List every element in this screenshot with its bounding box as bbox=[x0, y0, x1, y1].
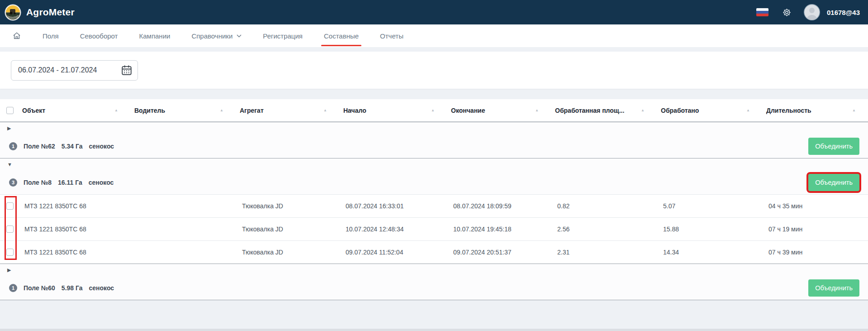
sort-icon[interactable]: ▲ bbox=[746, 108, 750, 112]
group-toggle-collapsed[interactable]: ▶ bbox=[7, 126, 11, 131]
group-field-crop: сенокос bbox=[89, 284, 114, 292]
col-end[interactable]: Окончание▲ bbox=[447, 107, 551, 114]
field-group: ▼ 3 Поле №8 16.11 Га сенокос Объединить … bbox=[0, 158, 868, 264]
cell-start: 08.07.2024 16:33:01 bbox=[339, 202, 447, 210]
cell-unit: Тюковалка JD bbox=[236, 225, 339, 233]
table-row: МТЗ 1221 8350ТС 68 Тюковалка JD 08.07.20… bbox=[0, 194, 868, 217]
col-driver[interactable]: Водитель▲ bbox=[130, 107, 236, 114]
cell-end: 08.07.2024 18:09:59 bbox=[447, 202, 551, 210]
sort-icon[interactable]: ▲ bbox=[114, 108, 118, 112]
home-icon bbox=[12, 31, 21, 40]
group-toggle-collapsed[interactable]: ▶ bbox=[7, 268, 11, 273]
col-unit[interactable]: Агрегат▲ bbox=[236, 107, 339, 114]
nav-item-composites[interactable]: Составные bbox=[324, 32, 359, 40]
bottom-strip bbox=[0, 329, 868, 331]
cell-duration: 07 ч 39 мин bbox=[762, 249, 868, 256]
cell-duration: 04 ч 35 мин bbox=[762, 202, 868, 210]
sort-icon[interactable]: ▲ bbox=[431, 108, 435, 112]
date-range-value: 06.07.2024 - 21.07.2024 bbox=[18, 66, 97, 74]
user-avatar[interactable] bbox=[803, 4, 821, 21]
table-row: МТЗ 1221 8350ТС 68 Тюковалка JD 09.07.20… bbox=[0, 240, 868, 264]
cell-object: МТЗ 1221 8350ТС 68 bbox=[18, 225, 130, 233]
group-count-badge: 3 bbox=[9, 178, 17, 187]
group-field-crop: сенокос bbox=[89, 143, 114, 150]
app-title: AgroMeter bbox=[26, 7, 75, 18]
sort-icon[interactable]: ▲ bbox=[323, 108, 327, 112]
cell-unit: Тюковалка JD bbox=[236, 249, 339, 256]
cell-unit: Тюковалка JD bbox=[236, 202, 339, 210]
col-start[interactable]: Начало▲ bbox=[339, 107, 447, 114]
cell-processed: 5.07 bbox=[657, 202, 762, 210]
top-bar: AgroMeter 01678@43 bbox=[0, 0, 868, 24]
col-processed-area[interactable]: Обработанная площ...▲ bbox=[551, 107, 657, 114]
group-field-area: 5.98 Га bbox=[62, 284, 83, 292]
cell-processed: 15.88 bbox=[657, 225, 762, 233]
cell-start: 10.07.2024 12:48:34 bbox=[339, 225, 447, 233]
group-field-area: 16.11 Га bbox=[58, 179, 82, 186]
app-logo-icon bbox=[5, 4, 21, 21]
calendar-icon[interactable] bbox=[121, 64, 133, 76]
nav-home[interactable] bbox=[12, 31, 21, 40]
group-count-badge: 1 bbox=[9, 284, 17, 292]
sort-icon[interactable]: ▲ bbox=[220, 108, 223, 112]
merge-button[interactable]: Объединить bbox=[808, 279, 859, 297]
cell-end: 09.07.2024 20:51:37 bbox=[447, 249, 551, 256]
col-duration[interactable]: Длительность▲ bbox=[762, 107, 868, 114]
sort-icon[interactable]: ▲ bbox=[852, 108, 856, 112]
group-field-area: 5.34 Га bbox=[62, 143, 83, 150]
nav-item-campaigns[interactable]: Кампании bbox=[139, 32, 171, 40]
group-field-name: Поле №62 bbox=[24, 143, 55, 150]
col-processed[interactable]: Обработано▲ bbox=[657, 107, 762, 114]
col-object[interactable]: Объект▲ bbox=[18, 107, 130, 114]
table-row: МТЗ 1221 8350ТС 68 Тюковалка JD 10.07.20… bbox=[0, 217, 868, 240]
username[interactable]: 01678@43 bbox=[827, 9, 860, 16]
cell-processed-area: 0.82 bbox=[551, 202, 657, 210]
cell-object: МТЗ 1221 8350ТС 68 bbox=[18, 249, 130, 256]
group-field-name: Поле №8 bbox=[24, 179, 52, 186]
nav-item-reports[interactable]: Отчеты bbox=[380, 32, 403, 40]
main-nav: Поля Севооборот Кампании Справочники Рег… bbox=[0, 24, 868, 47]
nav-item-crop-rotation[interactable]: Севооборот bbox=[80, 32, 118, 40]
cell-processed-area: 2.31 bbox=[551, 249, 657, 256]
nav-item-registration[interactable]: Регистрация bbox=[263, 32, 303, 40]
cell-processed: 14.34 bbox=[657, 249, 762, 256]
cell-processed-area: 2.56 bbox=[551, 225, 657, 233]
table-header-row: Объект▲ Водитель▲ Агрегат▲ Начало▲ Оконч… bbox=[0, 99, 868, 122]
composites-table: Объект▲ Водитель▲ Агрегат▲ Начало▲ Оконч… bbox=[0, 99, 868, 300]
group-toggle-expanded[interactable]: ▼ bbox=[7, 162, 12, 167]
field-group: ▶ 1 Поле №60 5.98 Га сенокос Объединить bbox=[0, 264, 868, 300]
settings-gear-icon[interactable] bbox=[782, 8, 792, 17]
merge-button[interactable]: Объединить bbox=[808, 138, 859, 155]
group-field-crop: сенокос bbox=[89, 179, 114, 186]
nav-item-directories[interactable]: Справочники bbox=[191, 32, 242, 40]
select-all-checkbox[interactable] bbox=[6, 107, 14, 114]
filter-panel: 06.07.2024 - 21.07.2024 bbox=[0, 52, 868, 89]
row-checkbox[interactable] bbox=[6, 202, 14, 210]
merge-button-highlighted[interactable]: Объединить bbox=[808, 174, 859, 191]
group-field-name: Поле №60 bbox=[24, 284, 55, 292]
row-checkbox[interactable] bbox=[6, 225, 14, 233]
cell-end: 10.07.2024 19:45:18 bbox=[447, 225, 551, 233]
field-group: ▶ 1 Поле №62 5.34 Га сенокос Объединить bbox=[0, 122, 868, 158]
language-flag-icon[interactable] bbox=[756, 8, 768, 16]
date-range-input[interactable]: 06.07.2024 - 21.07.2024 bbox=[11, 60, 138, 81]
sort-icon[interactable]: ▲ bbox=[641, 108, 645, 112]
cell-duration: 07 ч 19 мин bbox=[762, 225, 868, 233]
group-count-badge: 1 bbox=[9, 142, 17, 150]
chevron-down-icon bbox=[237, 34, 242, 38]
nav-item-fields[interactable]: Поля bbox=[43, 32, 59, 40]
cell-start: 09.07.2024 11:52:04 bbox=[339, 249, 447, 256]
row-checkbox[interactable] bbox=[6, 249, 14, 256]
cell-object: МТЗ 1221 8350ТС 68 bbox=[18, 202, 130, 210]
sort-icon[interactable]: ▲ bbox=[535, 108, 539, 112]
